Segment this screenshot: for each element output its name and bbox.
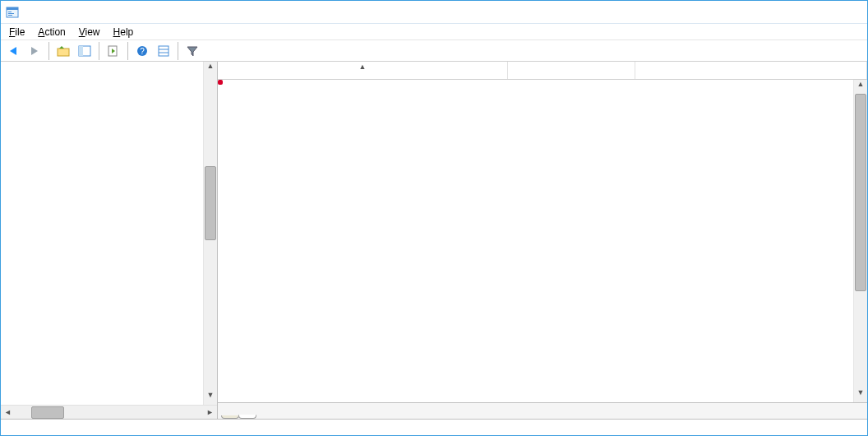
- forward-button[interactable]: [25, 42, 44, 60]
- statusbar: [1, 419, 867, 435]
- column-setting[interactable]: ▲: [218, 62, 508, 79]
- app-icon: [6, 6, 19, 19]
- svg-rect-2: [8, 12, 12, 12]
- toolbar-separator: [48, 42, 49, 60]
- tab-extended[interactable]: [221, 415, 239, 419]
- list-vscrollbar[interactable]: ▲ ▼: [853, 80, 867, 402]
- scroll-thumb[interactable]: [205, 166, 216, 240]
- toolbar: ?: [1, 40, 867, 62]
- svg-rect-1: [7, 7, 18, 10]
- scroll-down-icon[interactable]: ▼: [204, 391, 217, 405]
- svg-rect-4: [8, 15, 12, 16]
- scroll-up-icon[interactable]: ▲: [854, 80, 867, 94]
- details-pane: ▲ ▲ ▼: [218, 62, 867, 419]
- scroll-right-icon[interactable]: ►: [203, 408, 217, 416]
- filter-button[interactable]: [183, 42, 201, 60]
- scroll-down-icon[interactable]: ▼: [854, 388, 867, 402]
- settings-list[interactable]: [218, 80, 867, 402]
- view-tabs: [218, 402, 867, 419]
- menu-file[interactable]: File: [4, 26, 30, 39]
- toolbar-separator: [178, 42, 178, 60]
- column-state[interactable]: [508, 62, 635, 79]
- menubar: File Action View Help: [1, 24, 867, 40]
- column-headers: ▲: [218, 62, 867, 80]
- svg-rect-3: [8, 13, 14, 14]
- svg-rect-7: [79, 46, 83, 56]
- scroll-up-icon[interactable]: ▲: [204, 62, 217, 76]
- tree-pane: ◄ ► ▲ ▼: [1, 62, 218, 419]
- tree[interactable]: [1, 62, 217, 405]
- menu-help[interactable]: Help: [108, 26, 139, 39]
- titlebar: [1, 1, 867, 24]
- tree-hscrollbar[interactable]: ◄ ►: [1, 405, 217, 419]
- tree-vscrollbar[interactable]: ▲ ▼: [203, 62, 217, 405]
- showhide-button[interactable]: [76, 42, 94, 60]
- svg-rect-11: [159, 46, 169, 56]
- menu-action[interactable]: Action: [33, 26, 70, 39]
- minimize-button[interactable]: [759, 1, 795, 24]
- options-button[interactable]: [155, 42, 173, 60]
- refresh-button[interactable]: [104, 42, 122, 60]
- column-comment[interactable]: [635, 62, 867, 79]
- maximize-button[interactable]: [795, 1, 831, 24]
- sort-asc-icon: ▲: [359, 63, 367, 71]
- svg-rect-5: [58, 49, 69, 56]
- menu-view[interactable]: View: [74, 26, 105, 39]
- back-button[interactable]: [4, 42, 22, 60]
- help-button[interactable]: ?: [133, 42, 151, 60]
- up-button[interactable]: [54, 42, 72, 60]
- svg-text:?: ?: [140, 47, 145, 56]
- toolbar-separator: [127, 42, 128, 60]
- scroll-left-icon[interactable]: ◄: [1, 408, 15, 416]
- highlight-box: [218, 80, 223, 85]
- close-button[interactable]: [831, 1, 867, 24]
- toolbar-separator: [99, 42, 99, 60]
- tab-standard[interactable]: [238, 415, 256, 419]
- scroll-thumb[interactable]: [855, 94, 866, 291]
- scroll-thumb[interactable]: [31, 406, 64, 419]
